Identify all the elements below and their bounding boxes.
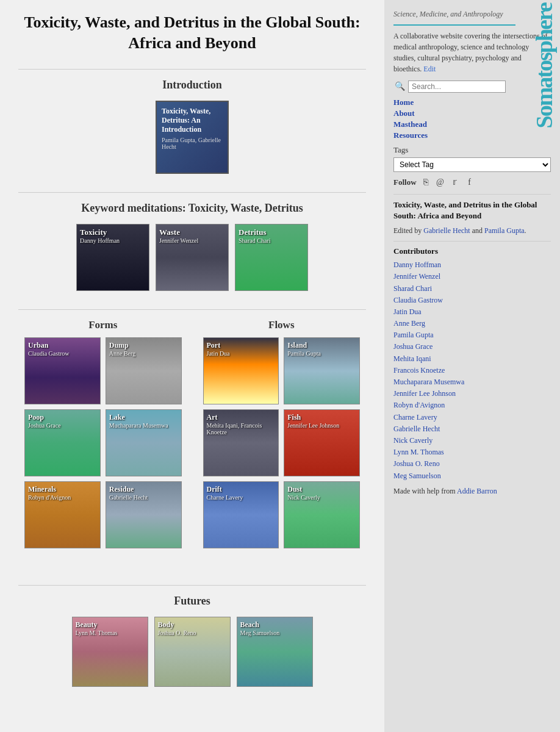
sidebar-nav-link[interactable]: Home bbox=[393, 98, 551, 107]
flows-card[interactable]: Drift Charne Lavery bbox=[203, 481, 279, 548]
intro-card-title: Toxicity, Waste, Detritus: An Introducti… bbox=[162, 107, 223, 134]
contributor-link[interactable]: Jatin Dua bbox=[393, 306, 551, 318]
forms-card-label: Lake bbox=[109, 413, 168, 422]
keyword-card[interactable]: Toxicity Danny Hoffman bbox=[76, 224, 149, 291]
flows-section: Flows Port Jatin Dua Island Pamila Gupta… bbox=[197, 319, 367, 548]
flows-card[interactable]: Port Jatin Dua bbox=[203, 337, 279, 404]
flows-card-author: Jatin Dua bbox=[207, 350, 230, 357]
futures-card-label: Beach bbox=[240, 620, 280, 630]
editor-link[interactable]: Pamila Gupta bbox=[484, 226, 525, 235]
forms-card[interactable]: Urban Claudia Gastrow bbox=[24, 337, 101, 404]
keywords-section: Keyword meditations: Toxicity, Waste, De… bbox=[18, 192, 366, 291]
flows-card-author: Mehita Iqani, Francois Knoetze bbox=[207, 422, 276, 436]
contributor-link[interactable]: Mehita Iqani bbox=[393, 353, 551, 365]
keyword-card[interactable]: Detritus Sharad Chari bbox=[235, 224, 308, 291]
helper-link[interactable]: Addie Barron bbox=[457, 487, 497, 495]
forms-card[interactable]: Dump Anne Berg bbox=[106, 337, 182, 404]
contributor-link[interactable]: Nick Caverly bbox=[393, 435, 551, 447]
forms-card-author: Joshua Grace bbox=[28, 422, 61, 429]
sidebar-search: 🔍 bbox=[393, 81, 551, 93]
contributor-link[interactable]: Meg Samuelson bbox=[393, 470, 551, 482]
keyword-card-label: Waste bbox=[159, 228, 198, 237]
made-with-text: Made with help from bbox=[393, 487, 456, 495]
contributor-link[interactable]: Charne Lavery bbox=[393, 412, 551, 423]
search-input[interactable] bbox=[408, 81, 506, 93]
forms-card[interactable]: Lake Muchaparara Musemwa bbox=[106, 409, 182, 476]
sidebar: Somatosphere Science, Medicine, and Anth… bbox=[384, 0, 560, 732]
keyword-card-author: Sharad Chari bbox=[239, 237, 271, 244]
contributor-link[interactable]: Danny Hoffman bbox=[393, 259, 551, 271]
sidebar-made-with: Made with help from Addie Barron bbox=[393, 487, 551, 496]
forms-card-author: Gabrielle Hecht bbox=[109, 494, 148, 501]
keyword-card[interactable]: Waste Jennifer Wenzel bbox=[156, 224, 229, 291]
sidebar-description-text: A collaborative website covering the int… bbox=[393, 32, 548, 73]
rss-icon[interactable]: ⎘ bbox=[420, 177, 431, 188]
flows-card-label: Drift bbox=[207, 485, 243, 494]
forms-grid: Urban Claudia Gastrow Dump Anne Berg Poo… bbox=[18, 337, 188, 548]
keyword-card-label: Toxicity bbox=[80, 228, 120, 237]
flows-card-author: Nick Caverly bbox=[287, 494, 320, 501]
contributor-link[interactable]: Lynn M. Thomas bbox=[393, 447, 551, 458]
sidebar-nav-link[interactable]: Resources bbox=[393, 131, 551, 140]
tags-select[interactable]: Select Tag bbox=[393, 157, 551, 172]
follow-label: Follow bbox=[393, 178, 417, 187]
contributor-link[interactable]: Francois Knoetze bbox=[393, 365, 551, 376]
contributor-link[interactable]: Anne Berg bbox=[393, 318, 551, 329]
flows-grid: Port Jatin Dua Island Pamila Gupta Art M… bbox=[197, 337, 367, 548]
forms-card-author: Claudia Gastrow bbox=[28, 350, 70, 357]
contributor-link[interactable]: Robyn d'Avignon bbox=[393, 400, 551, 411]
follow-section: Follow ⎘ @ 𝕣 f bbox=[393, 177, 551, 188]
contributor-link[interactable]: Jennifer Wenzel bbox=[393, 271, 551, 282]
flows-card-author: Pamila Gupta bbox=[287, 350, 321, 357]
facebook-icon[interactable]: f bbox=[464, 177, 475, 188]
sidebar-article-title: Toxicity, Waste, and Detritus in the Glo… bbox=[393, 199, 551, 221]
futures-card[interactable]: Body Joshua O. Reno bbox=[154, 617, 231, 687]
forms-card-author: Robyn d'Avignon bbox=[28, 494, 71, 501]
forms-card[interactable]: Minerals Robyn d'Avignon bbox=[24, 481, 101, 548]
contributor-link[interactable]: Joshua Grace bbox=[393, 341, 551, 353]
sidebar-tagline: Science, Medicine, and Anthropology bbox=[393, 9, 551, 20]
contributor-link[interactable]: Jennifer Lee Johnson bbox=[393, 388, 551, 400]
forms-flows-section: Forms Urban Claudia Gastrow Dump Anne Be… bbox=[18, 309, 366, 567]
editor-link[interactable]: Gabrielle Hecht bbox=[423, 226, 470, 235]
forms-card-label: Dump bbox=[109, 341, 135, 350]
futures-card-label: Beauty bbox=[76, 620, 118, 630]
flows-card-label: Fish bbox=[287, 413, 339, 422]
intro-section: Introduction Toxicity, Waste, Detritus: … bbox=[18, 69, 366, 174]
futures-card-author: Lynn M. Thomas bbox=[76, 630, 118, 636]
keywords-heading: Keyword meditations: Toxicity, Waste, De… bbox=[18, 202, 366, 215]
flows-card[interactable]: Island Pamila Gupta bbox=[284, 337, 360, 404]
contributor-link[interactable]: Muchaparara Musemwa bbox=[393, 376, 551, 388]
email-icon[interactable]: @ bbox=[435, 177, 446, 188]
flows-card-label: Dust bbox=[287, 485, 320, 494]
sidebar-nav: HomeAboutMastheadResources bbox=[393, 98, 551, 140]
flows-card[interactable]: Fish Jennifer Lee Johnson bbox=[284, 409, 360, 476]
futures-card[interactable]: Beach Meg Samuelson bbox=[237, 617, 313, 687]
forms-card[interactable]: Residue Gabrielle Hecht bbox=[106, 481, 182, 548]
futures-heading: Futures bbox=[18, 595, 366, 608]
contributor-link[interactable]: Pamila Gupta bbox=[393, 329, 551, 341]
flows-card-label: Port bbox=[207, 341, 230, 350]
contributor-link[interactable]: Sharad Chari bbox=[393, 283, 551, 295]
tags-label: Tags bbox=[393, 145, 551, 155]
flows-card[interactable]: Art Mehita Iqani, Francois Knoetze bbox=[203, 409, 279, 476]
intro-card[interactable]: Toxicity, Waste, Detritus: An Introducti… bbox=[156, 101, 229, 174]
forms-card-author: Muchaparara Musemwa bbox=[109, 422, 168, 429]
forms-card-author: Anne Berg bbox=[109, 350, 135, 357]
futures-card-label: Body bbox=[158, 620, 196, 630]
flows-card[interactable]: Dust Nick Caverly bbox=[284, 481, 360, 548]
contributors-list: Danny HoffmanJennifer WenzelSharad Chari… bbox=[393, 259, 551, 482]
futures-card[interactable]: Beauty Lynn M. Thomas bbox=[72, 617, 148, 687]
contributor-link[interactable]: Joshua O. Reno bbox=[393, 458, 551, 470]
contributor-link[interactable]: Claudia Gastrow bbox=[393, 295, 551, 306]
contributors-heading: Contributors bbox=[393, 246, 551, 256]
contributor-link[interactable]: Gabrielle Hecht bbox=[393, 423, 551, 435]
sidebar-edit-link[interactable]: Edit bbox=[423, 65, 436, 73]
forms-card[interactable]: Poop Joshua Grace bbox=[24, 409, 101, 476]
main-content: Toxicity, Waste, and Detritus in the Glo… bbox=[0, 0, 384, 732]
sidebar-nav-link[interactable]: About bbox=[393, 109, 551, 118]
twitter-icon[interactable]: 𝕣 bbox=[450, 177, 461, 188]
keyword-cards-container: Toxicity Danny Hoffman Waste Jennifer We… bbox=[18, 224, 366, 291]
edited-by-label: Edited by bbox=[393, 226, 423, 235]
sidebar-nav-link[interactable]: Masthead bbox=[393, 120, 551, 129]
